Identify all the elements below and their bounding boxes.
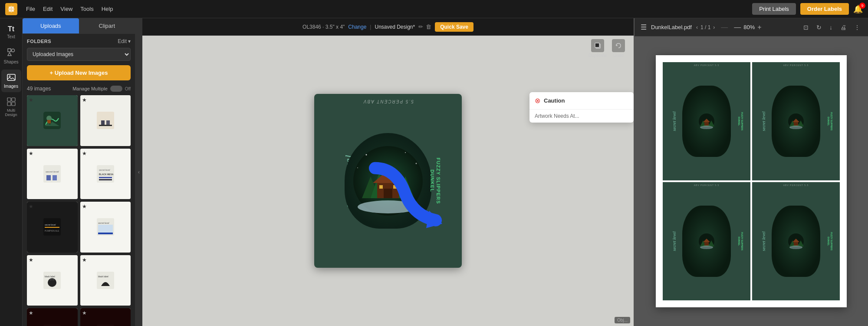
pdf-center-img <box>772 86 820 156</box>
unsaved-design-label: Unsaved Design* <box>375 24 415 30</box>
star-icon: ★ <box>82 203 87 210</box>
design-info: OL3846 · 3.5" x 4" Change | Unsaved Desi… <box>302 22 473 32</box>
svg-text:secret level: secret level <box>99 169 110 171</box>
svg-point-4 <box>9 76 10 77</box>
pdf-zoom-out-icon[interactable]: — <box>734 23 741 31</box>
pdf-page: ABV PERCENT 5.5 secret level FUZZY SLIPP… <box>656 55 847 307</box>
nav-actions: Print Labels Order Labels 🔔 9 <box>752 3 863 15</box>
svg-point-60 <box>357 167 358 168</box>
list-item[interactable]: ★ secret levelPUMPKIN ALE <box>27 202 78 253</box>
pdf-right-text: FUZZY SLIPPERSDUNKEL <box>737 112 743 130</box>
list-item[interactable]: ★ secret level <box>80 202 131 253</box>
svg-rect-87 <box>794 242 798 246</box>
pdf-next-icon[interactable]: › <box>713 24 715 30</box>
nav-help[interactable]: Help <box>102 6 113 12</box>
change-design-link[interactable]: Change <box>348 24 366 30</box>
svg-rect-12 <box>97 112 114 129</box>
list-item[interactable]: ★ secret level <box>27 149 78 200</box>
list-item[interactable]: ★ <box>80 95 131 146</box>
pdf-left-text: secret level <box>672 112 677 131</box>
pdf-page-count: 1 / 1 <box>700 24 710 30</box>
images-info: 49 images Manage Multiple Off <box>27 86 131 92</box>
star-icon: ★ <box>29 257 33 263</box>
folders-edit[interactable]: Edit ▾ <box>118 38 131 44</box>
duplicate-action[interactable]: Duplicate <box>589 39 607 58</box>
sidebar-item-multi-design[interactable]: Multi Design <box>1 94 21 120</box>
tab-uploads[interactable]: Uploads <box>23 18 79 33</box>
pdf-download-icon[interactable]: ↓ <box>828 22 834 33</box>
svg-point-75 <box>789 126 802 129</box>
pdf-pages: ‹ 1 / 1 › <box>696 24 715 30</box>
notifications-button[interactable]: 🔔 9 <box>853 4 863 14</box>
manage-multiple: Manage Multiple Off <box>72 86 131 92</box>
svg-rect-18 <box>46 175 51 180</box>
panel-collapse-handle[interactable]: ‹ <box>135 18 142 326</box>
duplicate-label: Duplicate <box>589 53 607 58</box>
upload-new-images-button[interactable]: + Upload New Images <box>27 65 131 80</box>
folder-dropdown[interactable]: Uploaded Images <box>27 48 131 61</box>
star-icon: ★ <box>82 150 87 156</box>
pdf-zoom-in-icon[interactable]: + <box>757 23 761 31</box>
pdf-right-text: FUZZY SLIPPERSDUNKEL <box>827 112 832 130</box>
pdf-menu-icon[interactable]: ☰ <box>641 23 647 31</box>
svg-text:PUMPKIN ALE: PUMPKIN ALE <box>45 230 59 232</box>
pdf-center-img <box>682 86 730 156</box>
svg-rect-15 <box>99 125 112 126</box>
pdf-print-icon[interactable]: 🖨 <box>838 22 848 33</box>
pdf-rotate-icon[interactable]: ↻ <box>815 22 823 33</box>
sidebar-item-shapes[interactable]: Shapes <box>1 44 21 68</box>
trash-icon[interactable]: 🗑 <box>426 23 431 30</box>
svg-rect-32 <box>98 233 113 234</box>
svg-rect-73 <box>794 122 798 126</box>
order-labels-button[interactable]: Order Labels <box>800 3 849 15</box>
pdf-prev-icon[interactable]: ‹ <box>696 24 698 30</box>
pdf-label-cell-1: ABV PERCENT 5.5 secret level FUZZY SLIPP… <box>663 62 750 180</box>
pencil-icon[interactable]: ✏ <box>418 23 423 30</box>
pdf-label-cell-4: ABV PERCENT 5.5 secret level FUZZY SLIPP… <box>752 182 840 300</box>
separator: | <box>370 24 371 30</box>
undo-action[interactable]: Undo <box>612 39 625 58</box>
manage-multiple-toggle[interactable] <box>110 86 122 92</box>
pdf-label-cell-3: ABV PERCENT 5.5 secret level FUZZY SLIPP… <box>663 182 750 300</box>
images-label: Images <box>4 84 18 89</box>
svg-rect-3 <box>7 74 15 80</box>
tab-clipart[interactable]: Clipart <box>79 18 135 33</box>
svg-rect-80 <box>704 242 709 246</box>
pdf-label-small: ABV PERCENT 5.5 secret level FUZZY SLIPP… <box>752 62 840 180</box>
svg-rect-31 <box>98 225 113 233</box>
svg-text:black label: black label <box>98 275 108 278</box>
caution-title: Caution <box>544 97 565 104</box>
sidebar-item-text[interactable]: Tt Text <box>1 22 21 43</box>
panel-tabs: Uploads Clipart <box>23 18 135 34</box>
pdf-center-img <box>772 206 820 276</box>
canvas-area[interactable]: 5.5 PERCENT ABV secret level <box>142 36 634 326</box>
list-item[interactable]: ★ black label <box>80 255 131 306</box>
nav-file[interactable]: File <box>26 6 35 12</box>
nav-tools[interactable]: Tools <box>80 6 93 12</box>
print-labels-button[interactable]: Print Labels <box>752 3 796 15</box>
manage-multiple-label: Manage Multiple <box>72 86 108 91</box>
nav-view[interactable]: View <box>60 6 72 12</box>
pdf-more-icon[interactable]: ⋮ <box>852 22 862 33</box>
quick-save-button[interactable]: Quick Save <box>435 22 473 32</box>
notification-badge: 9 <box>859 3 865 9</box>
list-item[interactable]: ★ black label <box>27 255 78 306</box>
pdf-top-text: ABV PERCENT 5.5 <box>752 64 840 67</box>
list-item[interactable]: ★ CHORUS <box>80 308 131 326</box>
sidebar-item-images[interactable]: Images <box>1 70 21 92</box>
list-item[interactable]: ★ secret levelBLACK MESA <box>80 149 131 200</box>
images-count: 49 images <box>27 86 51 92</box>
editor-area: OL3846 · 3.5" x 4" Change | Unsaved Desi… <box>142 18 634 326</box>
svg-point-89 <box>789 246 802 249</box>
list-item[interactable]: ★ <box>27 95 78 146</box>
svg-text:secret level: secret level <box>98 222 109 224</box>
undo-icon <box>612 39 625 52</box>
nav-edit[interactable]: Edit <box>43 6 53 12</box>
multi-design-icon <box>7 97 16 107</box>
pdf-fit-icon[interactable]: ⊡ <box>802 22 810 33</box>
svg-rect-9 <box>43 112 61 129</box>
list-item[interactable]: ★ CHORUS <box>27 308 78 326</box>
svg-rect-16 <box>43 165 61 183</box>
star-icon: ★ <box>29 97 33 103</box>
svg-point-82 <box>700 246 713 249</box>
